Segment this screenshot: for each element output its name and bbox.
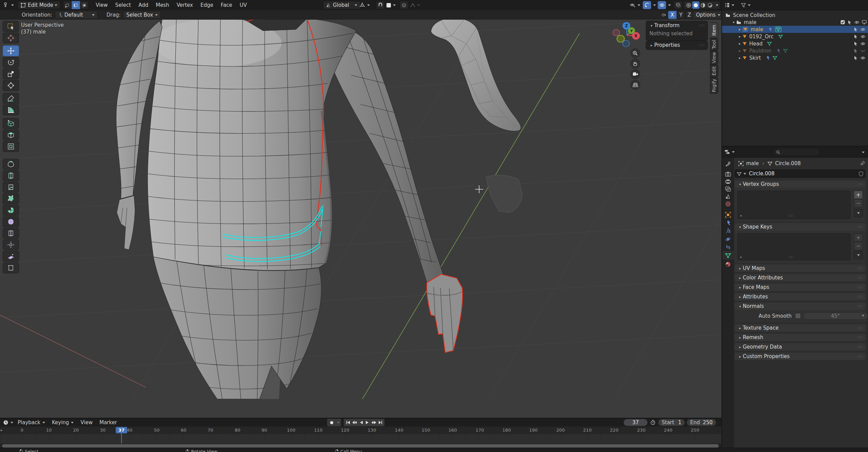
tab-constraints[interactable] [722,243,734,252]
panel-normals[interactable]: ▾Normals∷∷ [735,302,866,310]
shading-material-button[interactable] [699,1,706,9]
gizmo-dropdown[interactable] [653,4,656,7]
tab-object-data[interactable] [722,251,734,260]
selectable-icon[interactable] [854,41,858,46]
timeline-tracks[interactable] [0,434,721,444]
tab-tool[interactable] [722,159,734,168]
timeline-ruler[interactable]: 0 10 20 30 40 50 60 70 80 90 100 110 120… [0,427,721,434]
tab-material[interactable] [722,260,734,269]
list-grip-icon[interactable]: ∷∷ [789,255,793,259]
pan-button[interactable] [630,59,640,69]
shading-rendered-button[interactable] [706,1,714,9]
tool-spin[interactable] [3,205,19,216]
panel-color-attributes[interactable]: ▸Color Attributes∷∷ [735,274,866,281]
panel-face-maps[interactable]: ▸Face Maps∷∷ [735,283,866,291]
current-frame-field[interactable]: 37 [623,419,648,426]
tool-shrink-fatten[interactable] [3,239,19,250]
face-select-button[interactable] [80,1,89,9]
panel-vertex-groups[interactable]: ▾ Vertex Groups ∷∷ [735,180,866,188]
panel-texture-space[interactable]: ▸Texture Space∷∷ [735,324,866,332]
outliner-row-object-pauldron[interactable]: ▸ Pauldron [722,47,868,54]
eye-icon[interactable] [861,27,865,32]
datablock-name-field[interactable]: Circle.008 [735,170,866,178]
menu-add[interactable]: Add [135,1,152,9]
tab-object[interactable] [722,210,734,219]
pivot-point-dropdown[interactable] [358,1,371,9]
gizmo-neg-z-ball[interactable] [623,40,629,47]
menu-keying[interactable]: Keying [49,419,77,426]
sidebar-tab-view[interactable]: View [710,51,718,64]
eye-icon[interactable] [861,35,865,39]
model-torso[interactable] [148,20,356,270]
menu-select[interactable]: Select [112,1,135,9]
menu-marker[interactable]: Marker [96,419,120,426]
outliner-row-object-head[interactable]: ▸ Head [722,40,868,47]
menu-view-timeline[interactable]: View [77,419,96,426]
auto-smooth-checkbox[interactable] [795,313,801,319]
overlays-dropdown[interactable] [668,4,671,7]
selectable-icon[interactable] [854,34,858,39]
3d-viewport[interactable]: Z Y X User Perspective (37) male [0,20,721,418]
breadcrumb-data-name[interactable]: Circle.008 [775,160,801,166]
eye-icon[interactable] [861,56,865,60]
animate-dot-icon[interactable] [862,315,864,316]
npanel-properties-header[interactable]: ▸ Properties ∷∷ [646,41,707,49]
sidebar-tab-edit[interactable]: Edit [710,64,718,77]
tab-world[interactable] [722,199,734,208]
shading-wireframe-button[interactable] [685,1,692,9]
snap-mode-dropdown[interactable] [385,1,397,9]
selectable-icon[interactable] [854,56,858,60]
shading-dropdown[interactable] [716,4,718,7]
snap-toggle-button[interactable] [376,1,384,9]
tool-move[interactable] [3,45,19,56]
outliner-row-object-0192-orc[interactable]: ▸ 0192_Orc [722,33,868,40]
panel-custom-properties[interactable]: ▸Custom Properties∷∷ [735,353,866,360]
proportional-editing-button[interactable] [400,1,408,9]
eye-closed-icon[interactable] [861,49,865,53]
panel-shape-keys[interactable]: ▾ Shape Keys ∷∷ [735,223,866,231]
preview-range-clock-icon[interactable] [650,420,656,425]
play-reverse-button[interactable] [358,419,364,426]
sidebar-tab-tool[interactable]: Tool [710,38,718,51]
list-resize-icon[interactable]: ▸ [740,255,742,259]
camera-view-button[interactable] [630,69,640,79]
gizmo-neg-x-ball[interactable] [613,30,620,36]
tool-extrude-region[interactable] [3,130,19,140]
eye-icon[interactable] [861,42,865,46]
panel-uv-maps[interactable]: ▸UV Maps∷∷ [735,264,866,272]
selectable-icon[interactable] [854,27,858,32]
properties-editor-type-button[interactable] [723,148,736,156]
gizmo-neg-y-ball[interactable] [617,35,624,42]
panel-attributes[interactable]: ▸Attributes∷∷ [735,293,866,300]
vertex-groups-list[interactable]: ▸ ∷∷ [737,191,851,219]
show-gizmo-button[interactable] [643,1,651,9]
properties-options-dropdown[interactable] [862,152,865,155]
tab-physics[interactable] [722,235,734,243]
vertex-group-add-button[interactable]: + [854,191,863,199]
shape-key-remove-button[interactable]: − [854,242,863,250]
menu-edge[interactable]: Edge [197,1,217,9]
mirror-x-button[interactable]: X [668,11,677,19]
record-button[interactable] [328,419,335,426]
sidebar-tab-item[interactable]: Item [710,22,718,38]
tool-rotate[interactable] [3,57,19,68]
timeline-editor-type-button[interactable] [2,419,14,426]
visibility-dropdown[interactable] [630,3,640,7]
playhead-frame-badge[interactable]: 37 [116,427,127,433]
breadcrumb-object-name[interactable]: male [746,160,759,166]
tool-cursor[interactable] [3,33,19,43]
mirror-y-button[interactable]: Y [677,11,685,19]
outliner-row-object-male[interactable]: ▸ male [722,26,868,33]
tool-rip-region[interactable] [3,262,19,273]
jump-to-end-button[interactable] [377,419,383,426]
drag-dropdown[interactable]: Select Box [123,11,161,19]
frame-end-field[interactable]: End 250 [686,419,716,426]
channel-expand-icon[interactable]: ▸ [1,428,3,432]
tool-annotate[interactable] [3,93,19,104]
pin-icon[interactable] [860,161,865,166]
jump-to-start-button[interactable] [345,419,351,426]
tool-edge-slide[interactable] [3,228,19,239]
menu-vertex[interactable]: Vertex [173,1,196,9]
play-button[interactable] [364,419,371,426]
eye-icon[interactable] [854,20,859,24]
